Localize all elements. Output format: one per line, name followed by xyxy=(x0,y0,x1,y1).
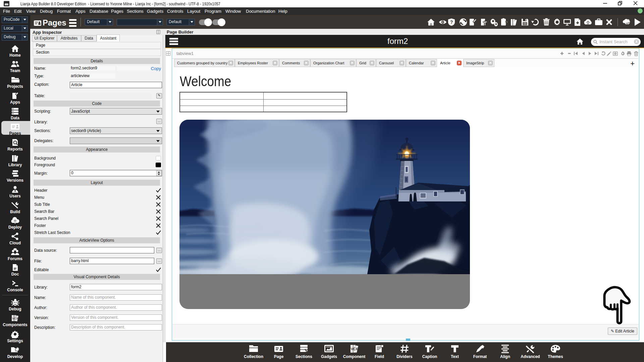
svg-text:VCX: VCX xyxy=(351,347,358,351)
svg-text:VCX: VCX xyxy=(12,317,18,320)
svg-text:?: ? xyxy=(505,20,508,25)
svg-text:?: ? xyxy=(450,19,453,25)
